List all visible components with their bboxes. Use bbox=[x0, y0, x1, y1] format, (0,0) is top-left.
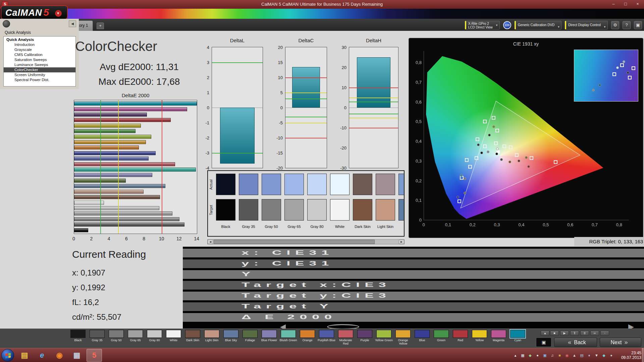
add-tab-button[interactable]: + bbox=[97, 22, 104, 29]
target-marker bbox=[458, 199, 461, 203]
de-bar-gray-80 bbox=[74, 206, 159, 210]
pause-button[interactable]: ‖ bbox=[570, 330, 579, 336]
patch-magenta[interactable]: Magenta bbox=[489, 330, 508, 346]
sidebar-item-quick-analysis[interactable]: Quick Analysis bbox=[4, 37, 75, 42]
back-button[interactable]: «Back bbox=[554, 338, 597, 347]
minimize-button[interactable]: – bbox=[608, 1, 619, 7]
maximize-button[interactable]: □ bbox=[621, 1, 631, 7]
patch-foliage[interactable]: Foliage bbox=[241, 330, 259, 346]
patch-dark-skin[interactable]: Dark Skin bbox=[183, 330, 202, 346]
logo-menu-icon[interactable]: ▼ bbox=[55, 10, 62, 17]
patch-swatch bbox=[395, 330, 411, 338]
cie-y-tick: 0,3 bbox=[412, 159, 422, 164]
tray-icon-9[interactable]: ♦ bbox=[586, 353, 592, 358]
calman-app-icon[interactable]: 5 bbox=[87, 349, 102, 362]
show-desktop-button[interactable] bbox=[642, 348, 644, 362]
patch-label: Blue bbox=[413, 339, 431, 346]
tray-icon-12[interactable]: ● bbox=[608, 353, 614, 358]
link-button[interactable]: ◦ bbox=[600, 330, 609, 336]
tray-icon-5[interactable]: ■ bbox=[557, 353, 562, 358]
sidebar-item-cms-calibration[interactable]: CMS Calibration bbox=[4, 52, 75, 57]
tray-icon-3[interactable]: ▣ bbox=[542, 353, 548, 358]
next-button[interactable]: Next» bbox=[600, 338, 641, 347]
y-tick: 0 bbox=[272, 105, 283, 110]
nav-menu-button[interactable] bbox=[3, 20, 10, 27]
eject-button[interactable]: ▲ bbox=[541, 330, 549, 336]
patch-purplish-blue[interactable]: Purplish Blue bbox=[317, 330, 336, 346]
tray-icon-0[interactable]: ▦ bbox=[520, 353, 526, 358]
sidebar-collapse-icon[interactable]: ◀ bbox=[69, 20, 76, 27]
patch-white[interactable]: White bbox=[164, 330, 183, 346]
tray-icon-10[interactable]: ▼ bbox=[594, 353, 599, 358]
meter-dropdown[interactable]: X-Rite i1Pro 2 LCD Direct View ▼ bbox=[465, 21, 500, 29]
patch-blue-sky[interactable]: Blue Sky bbox=[222, 330, 240, 346]
continuous-button[interactable]: ∞ bbox=[590, 330, 599, 336]
file-explorer-icon[interactable]: ▤ bbox=[17, 349, 32, 362]
patch-light-skin[interactable]: Light Skin bbox=[203, 330, 221, 346]
tray-icon-11[interactable]: ◆ bbox=[601, 353, 607, 358]
de-bar-blue bbox=[74, 151, 156, 155]
media-app-icon[interactable]: ▦ bbox=[69, 349, 85, 362]
patch-red[interactable]: Red bbox=[451, 330, 470, 346]
patch-blue-flower[interactable]: Blue Flower bbox=[260, 330, 278, 346]
swatch-column-label: Black bbox=[216, 225, 235, 229]
firefox-browser-icon[interactable]: ◉ bbox=[52, 349, 67, 362]
tray-expand-icon[interactable]: ▴ bbox=[513, 353, 518, 358]
patch-yellow-green[interactable]: Yellow Green bbox=[375, 330, 393, 346]
tray-icon-7[interactable]: ▲ bbox=[572, 353, 577, 358]
scrollbar-thumb[interactable] bbox=[214, 240, 375, 244]
sidebar-item-screen-uniformity[interactable]: Screen Uniformity bbox=[4, 72, 75, 77]
display-control-dropdown[interactable]: Direct Display Control ▼ bbox=[565, 21, 608, 29]
threshold-line bbox=[285, 138, 327, 138]
play-button[interactable]: ▶ bbox=[560, 330, 569, 336]
patch-gray-50[interactable]: Gray 50 bbox=[107, 330, 125, 346]
patch-yellow[interactable]: Yellow bbox=[470, 330, 489, 346]
close-button[interactable]: × bbox=[633, 1, 643, 7]
sidebar-item-spectral-power-dist-[interactable]: Spectral Power Dist. bbox=[4, 77, 75, 82]
patch-gray-35[interactable]: Gray 35 bbox=[88, 330, 106, 346]
loop-button[interactable]: 8 bbox=[580, 330, 589, 336]
x-tick: 12 bbox=[175, 236, 183, 241]
patch-purple[interactable]: Purple bbox=[356, 330, 374, 346]
transport-controls: ■▶‖8∞◦ bbox=[550, 330, 609, 336]
settings-gear-icon[interactable]: ⚙ bbox=[611, 21, 619, 29]
patch-black[interactable]: Black bbox=[69, 330, 87, 346]
patch-cyan[interactable]: Cyan bbox=[508, 330, 527, 346]
pattern-window-button[interactable]: ▣ bbox=[536, 338, 551, 347]
help-icon[interactable]: ? bbox=[623, 21, 631, 29]
patch-orange[interactable]: Orange bbox=[298, 330, 317, 346]
source-dropdown[interactable]: Generic Calibration DVD ▼ bbox=[515, 21, 562, 29]
patch-moderate-red[interactable]: Moderate Red bbox=[336, 330, 355, 346]
y-tick: -10 bbox=[272, 135, 283, 140]
sidebar-item-colorchecker[interactable]: ColorChecker bbox=[4, 67, 75, 72]
patch-blue[interactable]: Blue bbox=[413, 330, 431, 346]
patch-orange-yellow[interactable]: Orange Yellow bbox=[394, 330, 412, 346]
calman-logo[interactable]: CalMAN5 ▼ bbox=[1, 5, 68, 19]
scroll-left-icon[interactable]: ◀ bbox=[208, 240, 213, 244]
patch-green[interactable]: Green bbox=[432, 330, 450, 346]
tray-icon-2[interactable]: ● bbox=[535, 353, 540, 358]
sidebar-item-luminance-sweeps[interactable]: Luminance Sweeps bbox=[4, 62, 75, 67]
patch-gray-80[interactable]: Gray 80 bbox=[145, 330, 164, 346]
sidebar-item-introduction[interactable]: Introduction bbox=[4, 42, 75, 47]
sidebar-item-grayscale[interactable]: Grayscale bbox=[4, 47, 75, 52]
start-button[interactable] bbox=[1, 349, 14, 362]
patch-bluish-green[interactable]: Bluish Green bbox=[279, 330, 298, 346]
chevron-down-icon: ▼ bbox=[495, 24, 498, 27]
internet-explorer-icon[interactable]: e bbox=[34, 349, 50, 362]
swatch-scrollbar[interactable]: ◀ ▶ bbox=[207, 239, 405, 244]
measurement-marker bbox=[457, 196, 459, 198]
sidebar-item-saturation-sweeps[interactable]: Saturation Sweeps bbox=[4, 57, 75, 62]
y-tick: 0 bbox=[199, 105, 209, 110]
patch-label: Orange Yellow bbox=[394, 339, 412, 346]
tray-icon-8[interactable]: ▤ bbox=[579, 353, 585, 358]
tray-icon-1[interactable]: ◆ bbox=[527, 353, 533, 358]
panel-icon[interactable]: ▣ bbox=[634, 21, 642, 29]
scroll-right-icon[interactable]: ▶ bbox=[399, 240, 404, 244]
tray-icon-6[interactable]: ◉ bbox=[564, 353, 570, 358]
stop-button[interactable]: ■ bbox=[550, 330, 559, 336]
tray-icon-4[interactable]: ♫ bbox=[549, 353, 555, 358]
taskbar-clock[interactable]: 23:45 09.07.2013 bbox=[616, 351, 641, 360]
sidebar-header: Quick Analysis bbox=[5, 30, 31, 35]
patch-gray-65[interactable]: Gray 65 bbox=[126, 330, 145, 346]
